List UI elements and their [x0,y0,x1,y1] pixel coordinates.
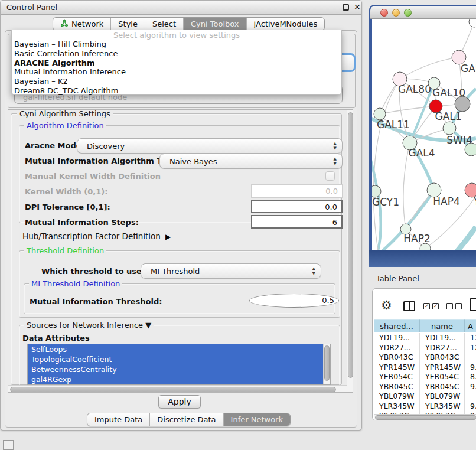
network-node[interactable] [374,108,386,120]
tab-label: Select [152,19,176,28]
kernel-width-field[interactable]: 0.0 [251,184,343,198]
unchecked-column-icon[interactable] [446,303,453,309]
table-cell: YBL079W [420,392,465,402]
control-panel-titlebar[interactable]: Control Panel ✕ [1,1,361,15]
dropdown-item[interactable]: Mutual Information Inference [12,67,341,77]
table-cell: 9. [465,402,476,412]
table-cell: YBL079W [374,392,420,402]
tab-discretize-data[interactable]: Discretize Data [150,413,223,426]
attribute-list-item[interactable]: BetweennessCentrality [28,364,324,374]
data-attributes-label: Data Attributes [22,334,90,343]
table-row[interactable]: YBL079WYBL079W [374,392,476,402]
aracne-mode-combo[interactable]: Discovery ▲▼ [77,138,343,154]
unchecked-column-icon[interactable] [455,303,462,309]
network-node-label: GAL11 [377,119,410,131]
table-row[interactable]: YDL19...YDL19...13 [374,333,476,343]
tab-select[interactable]: Select [145,18,184,30]
apply-button[interactable]: Apply [158,395,201,409]
table-horizontal-scrollbar[interactable] [374,414,476,420]
dpi-tolerance-label: DPI Tolerance [0,1]: [25,203,110,211]
network-node[interactable] [469,19,476,27]
dropdown-item[interactable]: Dream8 DC_TDC Algorithm [12,86,341,96]
tab-label: jActiveMNodules [254,19,318,28]
table-cell [465,392,476,402]
table-cell: 13 [465,333,476,343]
network-node-label: GAL80 [398,83,431,95]
mi-threshold-field[interactable]: 0.5 [249,294,339,308]
network-node-label: Y [473,195,476,207]
tab-label: Style [118,19,138,28]
attribute-list-item[interactable]: SelfLoops [28,344,324,354]
tab-infer-network[interactable]: Infer Network [224,413,290,426]
table-row[interactable]: YPR145WYPR145W9. [374,363,476,373]
manual-kernel-checkbox[interactable] [325,171,335,181]
list-vertical-scrollbar[interactable] [323,344,330,385]
dropdown-item[interactable]: Bayesian – K2 [12,77,341,86]
dropdown-item[interactable]: Basic Correlation Inference [12,49,341,58]
tab-label: Infer Network [231,415,283,424]
network-node[interactable] [443,122,456,135]
mi-type-combo[interactable]: Naive Bayes ▲▼ [159,154,343,169]
table-column-header[interactable]: A [465,319,476,332]
gear-icon[interactable]: ⚙ [381,299,392,312]
mi-steps-field[interactable]: 6 [251,215,343,229]
split-view-icon[interactable] [403,301,415,311]
network-node[interactable] [455,96,470,112]
which-threshold-combo[interactable]: MI Threshold ▲▼ [141,263,321,279]
network-node-label: GAL [461,63,476,74]
table-row[interactable]: YLR345WYLR345W9. [374,402,476,412]
hub-definition-expander[interactable]: Hub/Transcription Factor Definition▶ [22,231,171,241]
table-cell: 8. [465,372,476,382]
close-traffic-light-icon[interactable] [380,9,388,17]
network-canvas[interactable]: GALGAL80GAL10GAL1GAL11SWI4GAL4GCY1HAP4YH… [372,19,476,250]
tab-impute-data[interactable]: Impute Data [87,413,150,426]
settings-scrollpane: Cyni Algorithm Settings Algorithm Defini… [8,109,353,393]
tab-cyni-toolbox[interactable]: Cyni Toolbox [184,18,247,30]
table-cell: YDL19... [374,333,420,343]
algorithm-dropdown: Select algorithm to view settings Bayesi… [11,30,342,95]
table-row[interactable]: YDR27...YDR27...12 [374,343,476,353]
dpi-tolerance-field[interactable]: 0.0 [251,200,343,213]
group-title: Cyni Algorithm Settings [17,109,113,118]
close-icon[interactable]: ✕ [354,2,361,12]
docked-panel-icon[interactable] [3,440,14,450]
table-rows: YDL19...YDL19...13YDR27...YDR27...12YBR0… [374,333,476,420]
table-column-header[interactable]: shared... [374,319,420,332]
network-edge[interactable] [400,57,459,79]
network-edge[interactable] [439,227,476,250]
attribute-list-item[interactable]: TopologicalCoefficient [28,354,324,364]
document-icon[interactable] [470,298,476,311]
network-node-label: HAP4 [433,195,459,207]
network-node[interactable] [465,143,476,156]
float-window-icon[interactable] [343,4,349,11]
network-edge[interactable] [373,79,400,250]
dropdown-item[interactable]: Bayesian – Hill Climbing [12,40,341,49]
network-window-titlebar[interactable] [370,6,476,19]
network-edge[interactable] [380,106,436,114]
table-row[interactable]: YER054CYER054C8. [374,372,476,382]
network-icon [60,19,69,29]
minimize-traffic-light-icon[interactable] [392,9,400,17]
dropdown-item[interactable]: ARACNE Algorithm [12,58,341,68]
attribute-list-item[interactable]: gal4RGexp [28,374,324,384]
table-cell: 12 [465,343,476,353]
checked-column-icon[interactable]: ✓ [432,303,439,309]
table-cell: YBR045C [420,382,465,392]
zoom-traffic-light-icon[interactable] [404,9,412,17]
tab-network[interactable]: Network [53,18,111,30]
table-row[interactable]: YBR045CYBR045C9. [374,382,476,392]
settings-horizontal-scrollbar[interactable] [8,385,347,393]
collapse-down-icon[interactable]: ▼ [145,321,151,330]
tab-jactivemnodules[interactable]: jActiveMNodules [247,18,325,30]
table-row[interactable]: YBR043CYBR043C [374,353,476,363]
table-cell: YBR043C [420,353,465,363]
bottom-tab-bar: Impute DataDiscretize DataInfer Network [87,413,291,426]
mi-type-value: Naive Bayes [169,157,217,166]
data-attributes-list[interactable]: SelfLoopsTopologicalCoefficientBetweenne… [27,344,331,385]
table-column-header[interactable]: name [420,319,465,332]
network-node[interactable] [372,185,381,197]
checked-column-icon[interactable]: ✓ [423,303,430,309]
settings-vertical-scrollbar[interactable] [347,110,353,393]
tab-style[interactable]: Style [111,18,145,30]
network-node-label: GAL4 [408,147,435,159]
